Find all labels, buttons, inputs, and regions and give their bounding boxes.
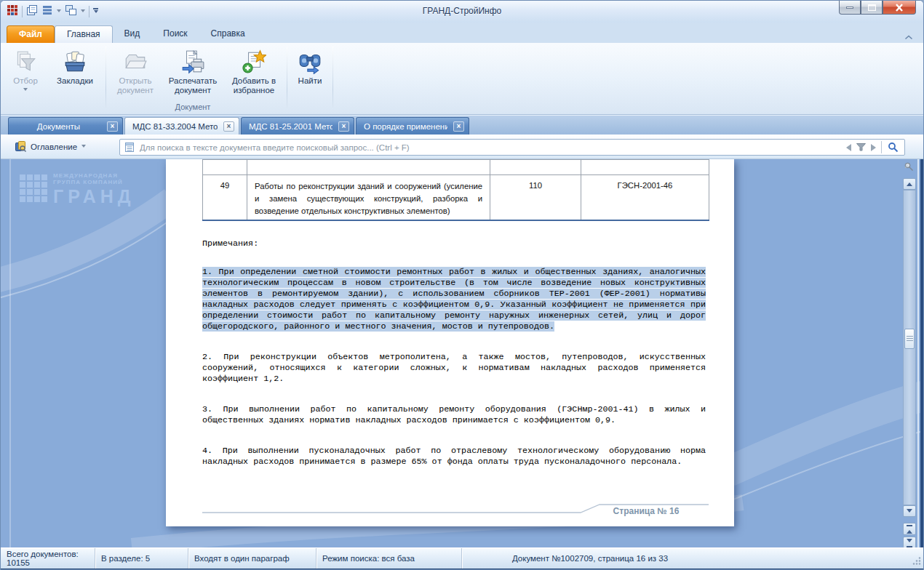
- doc-tab-label: Документы: [16, 122, 101, 131]
- toc-button-label: Оглавление: [31, 142, 77, 151]
- ribbon-tab-help[interactable]: Справка: [199, 25, 257, 43]
- note-paragraph-4: 4. При выполнении пусконаладочных работ …: [202, 446, 706, 467]
- status-paragraph-info: Входят в один параграф: [188, 548, 316, 569]
- filter-label: Отбор: [13, 76, 38, 86]
- status-bar: Всего документов: 10155 В разделе: 5 Вхо…: [1, 547, 923, 569]
- cell-number: 49: [203, 175, 247, 221]
- open-document-button: Открыть документ: [108, 45, 162, 95]
- arrow-up-icon: [907, 180, 912, 186]
- ribbon-tab-search[interactable]: Поиск: [151, 25, 199, 43]
- print-document-label: Распечатать документ: [162, 76, 223, 95]
- ribbon: Отбор Закладки Открыть документ: [1, 43, 923, 115]
- scroll-down-button[interactable]: [903, 505, 916, 517]
- search-input[interactable]: [140, 143, 841, 152]
- cell-value: 110: [490, 175, 581, 221]
- open-folder-icon: [123, 47, 148, 76]
- search-nav: [841, 141, 881, 154]
- highlighted-text: 1. При определении сметной стоимости рем…: [202, 267, 706, 332]
- minimize-button[interactable]: [839, 1, 861, 15]
- arrange-windows-icon[interactable]: [65, 4, 77, 19]
- status-search-mode: Режим поиска: вся база: [316, 548, 462, 569]
- doc-tab-mds-81-25[interactable]: МДС 81-25.2001 Метод... ×: [241, 117, 354, 135]
- content-area: МЕЖДУНАРОДНАЯ ГРУППА КОМПАНИЙ ГРАНД 49 Р…: [1, 159, 923, 547]
- open-document-label: Открыть документ: [108, 76, 162, 95]
- toc-button[interactable]: Оглавление: [8, 138, 92, 156]
- scrollbar-thumb[interactable]: [904, 329, 915, 349]
- next-page-button[interactable]: [903, 537, 916, 547]
- previous-result-icon[interactable]: [846, 144, 851, 151]
- toc-dropdown-icon: [81, 145, 86, 150]
- status-in-section: В разделе: 5: [95, 548, 188, 569]
- document-table: 49 Работы по реконструкции зданий и соор…: [202, 159, 709, 221]
- ribbon-group-label: Документ: [108, 103, 277, 111]
- filter-button: Отбор: [4, 45, 47, 93]
- close-tab-icon[interactable]: ×: [223, 121, 234, 132]
- close-icon: [895, 4, 904, 12]
- page-up-icon: [907, 525, 912, 526]
- find-button[interactable]: Найти: [290, 45, 330, 86]
- document-search-box: [119, 139, 905, 156]
- watermark-line3: ГРАНД: [53, 186, 135, 207]
- print-document-button[interactable]: Распечатать документ: [162, 45, 223, 95]
- window-frame-edge: [920, 159, 923, 547]
- bookmarks-label: Закладки: [57, 76, 93, 86]
- notes-title: Примечания:: [202, 238, 709, 249]
- book-icon: [15, 140, 26, 153]
- doc-tab-documents[interactable]: Документы ×: [8, 117, 123, 135]
- page-number-footer: Страница № 16: [588, 506, 704, 516]
- previous-page-button[interactable]: [903, 523, 916, 535]
- bookmarks-button[interactable]: Закладки: [47, 45, 103, 86]
- quick-access-toolbar: [7, 4, 98, 19]
- close-tab-icon[interactable]: ×: [453, 121, 464, 132]
- close-button[interactable]: [883, 1, 916, 15]
- watermark-line1: МЕЖДУНАРОДНАЯ: [53, 172, 135, 179]
- documents-stack-icon[interactable]: [26, 4, 39, 19]
- resize-grip[interactable]: [912, 556, 921, 566]
- arrange-dropdown-icon[interactable]: [81, 9, 85, 15]
- maximize-icon: [868, 4, 876, 11]
- minimize-icon: [846, 7, 853, 9]
- maximize-button[interactable]: [861, 1, 883, 15]
- ribbon-tab-home[interactable]: Главная: [55, 25, 113, 43]
- cell-description: Работы по реконструкции зданий и сооруже…: [247, 175, 490, 221]
- qat-separator: [89, 6, 89, 17]
- note-paragraph-3: 3. При выполнении работ по капитальному …: [202, 404, 706, 426]
- doc-tab-label: МДС 81-33.2004 Метод...: [132, 122, 218, 131]
- list-icon[interactable]: [42, 5, 53, 18]
- window-frame-highlight: [917, 159, 919, 547]
- customize-quick-access-icon[interactable]: [93, 8, 98, 15]
- binoculars-icon: [298, 47, 322, 76]
- search-scope-icon: [124, 142, 135, 153]
- search-icon[interactable]: [882, 142, 904, 153]
- ribbon-tab-view[interactable]: Вид: [113, 25, 152, 43]
- table-row: 49 Работы по реконструкции зданий и соор…: [203, 175, 709, 221]
- filter-funnel-icon[interactable]: [856, 141, 866, 154]
- document-tab-bar: Документы × МДС 81-33.2004 Метод... × МД…: [1, 115, 923, 135]
- status-total-documents: Всего документов: 10155: [1, 548, 95, 569]
- list-dropdown-icon[interactable]: [57, 9, 61, 15]
- scroll-up-button[interactable]: [903, 178, 916, 190]
- print-icon: [180, 47, 205, 76]
- collapse-ribbon-icon[interactable]: [904, 30, 913, 43]
- ribbon-separator: [287, 47, 287, 108]
- doc-tab-mds-81-33[interactable]: МДС 81-33.2004 Метод... ×: [124, 117, 239, 135]
- add-favorites-icon: [242, 47, 266, 76]
- pin-icon[interactable]: [904, 162, 915, 176]
- close-tab-icon[interactable]: ×: [338, 121, 349, 132]
- app-window: ГРАНД-СтройИнфо Файл Главная Вид Поиск С…: [0, 0, 924, 570]
- qat-separator: [22, 6, 23, 17]
- note-paragraph-2: 2. При реконструкции объектов метрополит…: [202, 352, 706, 385]
- table-row-partial: [203, 160, 709, 175]
- next-result-icon[interactable]: [871, 144, 876, 151]
- window-controls: [839, 1, 916, 15]
- bookmarks-icon: [63, 47, 87, 76]
- status-document-info: Документ №1002709, страница 16 из 33: [462, 548, 923, 569]
- doc-tab-label: МДС 81-25.2001 Метод...: [249, 122, 332, 131]
- add-favorites-button[interactable]: Добавить в избранное: [223, 45, 284, 95]
- scrollbar-track[interactable]: [903, 190, 916, 505]
- ribbon-tab-file[interactable]: Файл: [7, 25, 55, 43]
- doc-tab-o-poryadke[interactable]: О порядке применения... ×: [356, 117, 469, 135]
- document-toolbar: Оглавление: [1, 135, 923, 159]
- cell-code: ГЭСН-2001-46: [581, 175, 709, 221]
- close-tab-icon[interactable]: ×: [107, 121, 118, 132]
